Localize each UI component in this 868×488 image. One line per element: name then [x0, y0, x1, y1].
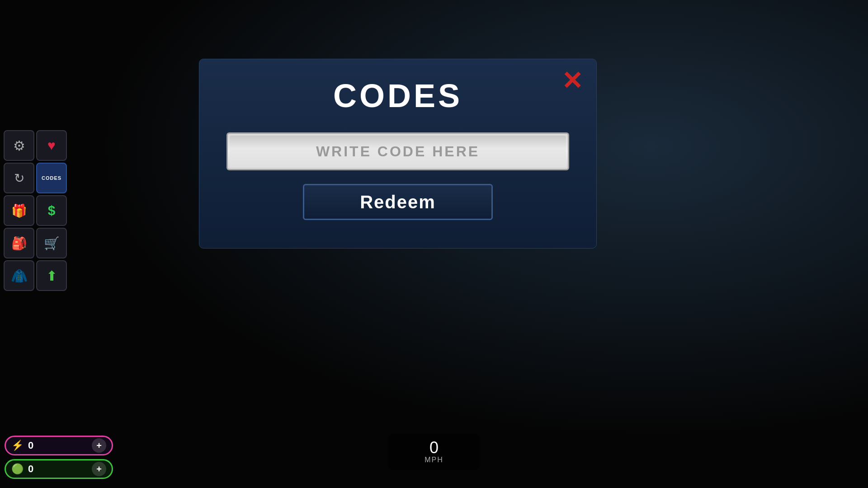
sidebar: ⚙ ♥ ↻ CODES 🎁 $ 🎒 🛒 🧥 ⬆ — [0, 127, 72, 295]
sidebar-item-shop[interactable]: $ — [36, 195, 67, 226]
sidebar-item-settings[interactable]: ⚙ — [4, 130, 34, 161]
speedometer: 0 MPH — [389, 434, 479, 470]
cart-icon: 🛒 — [44, 236, 60, 251]
chevron-up-icon: ⬆ — [46, 268, 57, 284]
bag-icon: 🎒 — [11, 236, 27, 251]
sidebar-item-favorites[interactable]: ♥ — [36, 130, 67, 161]
sidebar-item-bag[interactable]: 🎒 — [4, 228, 34, 258]
sidebar-item-refresh[interactable]: ↻ — [4, 163, 34, 193]
sidebar-item-rank[interactable]: ⬆ — [36, 260, 67, 291]
coins-bar: 🟢 0 + — [5, 459, 113, 479]
sidebar-row-2: ↻ CODES — [4, 163, 69, 193]
modal-title: CODES — [226, 77, 569, 114]
sidebar-item-gift[interactable]: 🎁 — [4, 195, 34, 226]
redeem-button[interactable]: Redeem — [303, 184, 493, 220]
gift-icon: 🎁 — [11, 203, 27, 218]
coins-value: 0 — [28, 463, 87, 475]
code-input[interactable] — [230, 136, 566, 167]
dollar-icon: $ — [48, 203, 56, 218]
sidebar-item-wardrobe[interactable]: 🧥 — [4, 260, 34, 291]
hanger-icon: 🧥 — [11, 268, 28, 284]
codes-label: CODES — [42, 175, 61, 181]
energy-bar: ⚡ 0 + — [5, 436, 113, 455]
energy-value: 0 — [28, 440, 87, 451]
sidebar-item-cart[interactable]: 🛒 — [36, 228, 67, 258]
energy-add-button[interactable]: + — [92, 438, 106, 453]
coin-icon: 🟢 — [11, 463, 24, 475]
gear-icon: ⚙ — [13, 138, 25, 154]
energy-icon: ⚡ — [11, 440, 24, 451]
sidebar-row-3: 🎁 $ — [4, 195, 69, 226]
speed-value: 0 — [429, 440, 439, 456]
codes-modal: CODES ✕ Redeem — [199, 59, 597, 249]
coins-add-button[interactable]: + — [92, 462, 106, 476]
speed-unit: MPH — [425, 456, 443, 464]
sidebar-item-codes[interactable]: CODES — [36, 163, 67, 193]
sidebar-row-1: ⚙ ♥ — [4, 130, 69, 161]
close-button[interactable]: ✕ — [561, 68, 583, 94]
code-input-wrapper — [226, 132, 569, 170]
refresh-icon: ↻ — [14, 171, 24, 186]
heart-icon: ♥ — [47, 138, 56, 153]
hud-bottom: ⚡ 0 + 🟢 0 + — [5, 436, 113, 479]
sidebar-row-5: 🧥 ⬆ — [4, 260, 69, 291]
sidebar-row-4: 🎒 🛒 — [4, 228, 69, 258]
